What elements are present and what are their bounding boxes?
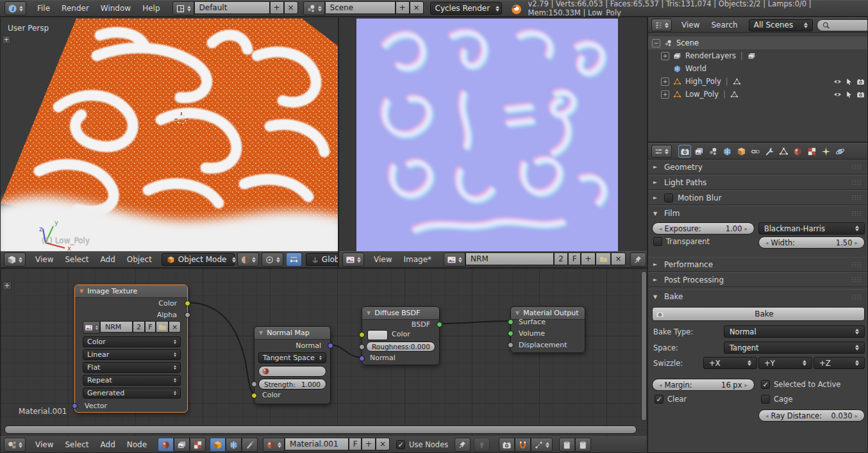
expand-toggle[interactable]: + (661, 52, 669, 60)
node-diffuse-bsdf[interactable]: ▼ Diffuse BSDF BSDF Color Roughness: 0.0… (362, 306, 440, 365)
socket-displacement-input[interactable] (508, 342, 513, 348)
node-header[interactable]: ▼ Diffuse BSDF (362, 307, 439, 320)
editor-type-button-properties[interactable] (651, 145, 672, 158)
image-browse-button[interactable] (444, 252, 465, 267)
motion-blur-checkbox[interactable] (664, 194, 673, 202)
snap-toggle[interactable] (515, 438, 531, 452)
normal-space-select[interactable]: Tangent Space (258, 352, 326, 363)
manipulator-toggle[interactable] (286, 252, 302, 267)
extension-select[interactable]: Repeat (83, 375, 181, 386)
editor-type-button-info[interactable] (4, 1, 26, 15)
outliner-item-label[interactable]: Low_Poly (685, 90, 719, 99)
screen-layout-browse-button[interactable] (172, 1, 194, 15)
menu-search[interactable]: Search (705, 21, 743, 29)
editor-type-button-outliner[interactable] (651, 19, 672, 31)
tab-world[interactable] (721, 145, 733, 158)
image-browse-button[interactable] (83, 321, 100, 334)
image-fake-user-button[interactable]: F (145, 321, 156, 333)
texture-nodes-toggle[interactable] (190, 438, 206, 452)
renderlayer-toggle-icon[interactable] (747, 52, 756, 60)
outliner-row-high-poly[interactable]: + High_Poly | (648, 75, 867, 88)
socket-normal-output[interactable] (328, 343, 333, 349)
panel-light-paths[interactable]: ► Light Paths (648, 175, 867, 190)
outliner-row-world[interactable]: World (648, 62, 867, 75)
vertical-scrollbar[interactable] (641, 271, 647, 421)
outliner-row-renderlayers[interactable]: + RenderLayers | (648, 49, 867, 62)
panel-grip-icon[interactable] (851, 277, 862, 283)
tab-texture[interactable] (805, 145, 818, 158)
outliner-row-scene[interactable]: − Scene (648, 37, 867, 49)
image-source-select[interactable]: Generated (83, 388, 181, 399)
node-header[interactable]: ▼ Normal Map (255, 327, 330, 340)
swizzle-y-select[interactable]: +Y (758, 357, 812, 369)
outliner-item-label[interactable]: Scene (676, 38, 699, 47)
node-collapse-icon[interactable]: ▼ (367, 310, 371, 316)
roughness-slider[interactable]: Roughness: 0.000 (366, 342, 435, 352)
socket-bsdf-output[interactable] (437, 322, 442, 327)
compositing-nodes-toggle[interactable] (174, 438, 190, 452)
outliner-search-field[interactable] (817, 19, 868, 31)
uv-map-field[interactable] (258, 366, 326, 377)
menu-add[interactable]: Add (95, 255, 121, 264)
socket-color-input[interactable] (251, 393, 257, 399)
image-editor[interactable]: View Image* NRM 2 F + × View (338, 17, 647, 268)
node-material-output[interactable]: ▼ Material Output Surface Volume Displac… (510, 306, 585, 353)
editor-type-button-node[interactable] (4, 438, 26, 452)
object-shader-toggle[interactable] (210, 438, 226, 452)
socket-roughness-input[interactable] (359, 344, 365, 350)
transform-orientation-select[interactable]: Global (306, 253, 338, 266)
outliner-item-label[interactable]: High_Poly (685, 77, 721, 86)
panel-performance[interactable]: ► Performance (648, 257, 867, 272)
node-editor[interactable]: + ▼ Image Texture Color Alpha (0, 268, 647, 453)
image-users-count[interactable]: 2 (133, 321, 145, 333)
material-browse-button[interactable] (263, 438, 285, 452)
outliner-item-label[interactable]: RenderLayers (685, 51, 736, 60)
scene-name-field[interactable]: Scene (325, 1, 396, 14)
bake-type-select[interactable]: Normal (724, 325, 865, 338)
viewport-3d[interactable]: y z x User Persp (1) Low_Poly + View Sel… (0, 17, 338, 268)
socket-strength-input[interactable] (251, 381, 257, 387)
image-name-field[interactable]: NRM (465, 252, 554, 265)
image-unlink-button[interactable]: × (611, 252, 626, 265)
node-image-texture[interactable]: ▼ Image Texture Color Alpha NRM 2 F × Co… (74, 284, 188, 413)
tab-data[interactable] (777, 145, 790, 158)
clear-checkbox[interactable]: ✓ (655, 395, 664, 404)
pixel-filter-select[interactable]: Blackman-Harris (758, 222, 865, 235)
tab-object[interactable] (735, 145, 747, 158)
horizontal-scrollbar[interactable] (4, 425, 637, 434)
outliner-item-label[interactable]: World (685, 64, 706, 73)
menu-view[interactable]: View (676, 21, 705, 29)
swizzle-x-select[interactable]: +X (703, 357, 757, 369)
screen-layout-add-button[interactable]: + (270, 1, 284, 14)
material-unlink-button[interactable]: × (376, 438, 390, 450)
scene-browse-button[interactable] (303, 1, 325, 15)
menu-file[interactable]: File (31, 4, 56, 13)
image-open-button[interactable] (596, 252, 611, 265)
panel-grip-icon[interactable] (851, 211, 862, 217)
socket-alpha-output[interactable] (185, 312, 190, 318)
use-nodes-checkbox[interactable]: ✓ (396, 440, 405, 449)
panel-grip-icon[interactable] (851, 294, 862, 300)
render-engine-select[interactable]: Cycles Render (430, 2, 502, 15)
tab-constraints[interactable] (749, 145, 762, 158)
viewport-shading-select[interactable] (237, 252, 259, 267)
image-new-button[interactable]: + (581, 252, 596, 265)
menu-node[interactable]: Node (121, 440, 153, 449)
snap-element-select[interactable] (531, 438, 553, 452)
outliner-filter-select[interactable]: All Scenes (749, 19, 813, 31)
projection-select[interactable]: Flat (83, 362, 181, 373)
strength-slider[interactable]: Strength: 1.000 (258, 379, 326, 390)
image-fake-user-button[interactable]: F (568, 252, 581, 265)
image-users-count[interactable]: 2 (554, 252, 568, 265)
tab-render[interactable] (678, 145, 691, 158)
material-add-button[interactable]: + (362, 438, 376, 450)
tab-material[interactable] (791, 145, 804, 158)
menu-help[interactable]: Help (137, 4, 165, 13)
ray-distance-slider[interactable]: Ray Distance: 0.030 (758, 409, 865, 422)
editor-type-button-3d-view[interactable] (4, 252, 26, 267)
linestyle-shader-toggle[interactable] (242, 438, 258, 452)
renderability-camera-icon[interactable] (856, 78, 865, 86)
panel-bake[interactable]: ▼ Bake (648, 289, 867, 304)
tab-particles[interactable] (819, 145, 832, 158)
selectability-cursor-icon[interactable] (845, 78, 853, 86)
